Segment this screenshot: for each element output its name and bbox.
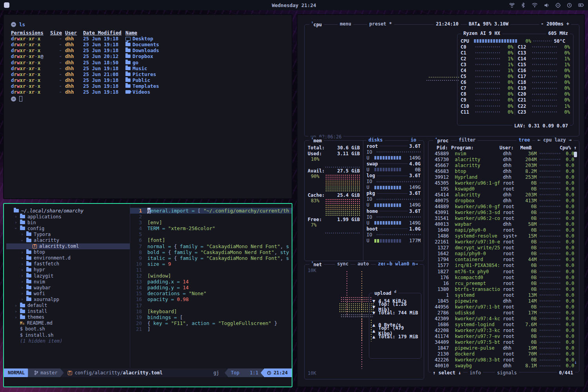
process-row[interactable]: 1794 containerdroot44M0.0 [431,257,577,263]
process-row[interactable]: 42208 kworker/u97:3-kcroot0B0.0 [431,327,577,333]
process-row[interactable]: 45730 alacrittydhh204M0.0 [431,156,577,162]
tree-item[interactable]: ›lazygit [6,273,130,279]
chevron-closed-icon[interactable]: › [20,267,24,272]
wifi-icon[interactable] [532,3,538,7]
process-row[interactable]: 45683 btopdhh8.2M0.0 [431,168,577,174]
tree-item[interactable]: ~/.local/share/omarchy [6,208,130,214]
proc-scroll-down[interactable]: ↓ [574,359,577,365]
terminal-window-ls[interactable]: → ls Permissions Size User Date Modified… [3,14,292,199]
process-row[interactable]: 1642 napi/phy0-0root0B0.0 [431,251,577,257]
chevron-open-icon[interactable]: › [20,239,25,242]
bluetooth-icon[interactable] [521,2,525,8]
process-row[interactable]: 1847 pipewire-pulsedhh19M0.0 [431,345,577,351]
chevron-closed-icon[interactable]: › [14,303,18,308]
proc-signals-hint[interactable]: signals [495,370,519,376]
chevron-open-icon[interactable]: › [13,227,18,230]
chevron-closed-icon[interactable]: › [20,232,24,237]
process-row[interactable]: 42226 kworker/u98:3-btroot0B0.0 [431,357,577,363]
tree-item[interactable]: ›Typora [6,231,130,237]
process-row[interactable]: 45414 alacrittydhh203M0.0 [431,192,577,198]
tree-item[interactable]: ›hypr [6,267,130,273]
tree-item[interactable]: ›config [6,225,130,231]
tree-item[interactable]: ›wofi [6,290,130,296]
process-row[interactable]: 45667 alacrittydhh203M0.0 [431,162,577,168]
volume-icon[interactable] [544,3,549,8]
chevron-closed-icon[interactable]: › [20,279,24,284]
command-line[interactable] [4,377,292,387]
process-row[interactable]: 41174 kworker/u97:7-evroot0B0.0 [431,334,577,339]
process-row[interactable]: 176 kcompactd0root0B0.0 [431,274,577,280]
tree-item[interactable]: ›fastfetch [6,261,130,267]
chevron-closed-icon[interactable]: › [14,309,18,314]
process-row[interactable]: 195 kswapd0root0B0.0 [431,186,577,192]
proc-scrollbar-thumb[interactable] [574,152,577,157]
chevron-closed-icon[interactable]: › [14,315,18,320]
process-row[interactable]: 40075 dropboxdhh413M0.0 [431,198,577,203]
process-row[interactable]: 1380 btrfs-transactioroot0B0.0 [431,286,577,292]
refresh-interval[interactable]: - 2000ms + [539,21,571,27]
net-panel-title[interactable]: ³net [309,261,324,267]
chevron-closed-icon[interactable]: › [20,273,24,278]
tree-item[interactable]: ›alacritty [6,237,130,243]
btop-window[interactable]: ¹cpu menu preset * 21:24:10 BAT▲ 98% 3.1… [297,14,585,387]
net-box-title[interactable]: upload d [372,290,398,296]
chevron-closed-icon[interactable]: › [14,220,18,225]
tree-item[interactable]: M↓README.md [6,320,130,326]
process-row[interactable]: 40013 waybardhh58M0.0 [431,221,577,227]
chevron-closed-icon[interactable]: › [20,256,24,261]
tree-item[interactable]: ›default [6,303,130,309]
tree-item[interactable]: $boot.sh [6,326,130,332]
sort-selector[interactable]: ← cpu lazy → [535,137,573,143]
tree-item[interactable]: ›applications [6,214,130,220]
tree-item[interactable]: $install.sh [6,332,130,338]
chevron-closed-icon[interactable]: › [20,297,24,302]
workspace-indicator[interactable] [4,2,9,8]
process-row[interactable]: 44956 kworker/u97:1-btroot0B0.0 [431,304,577,310]
proc-select-hint[interactable]: ↑ select ↓ [431,370,463,376]
dropbox-icon[interactable] [509,3,515,8]
neovim-window[interactable]: ~/.local/share/omarchy›applications›bin›… [3,203,292,387]
preset-button[interactable]: preset * [367,21,394,27]
battery-icon[interactable] [578,3,584,7]
process-row[interactable]: 1486 systemd-resolvesyst+15M0.0 [431,233,577,239]
process-row[interactable]: 1845 pipewiredhh14M0.0 [431,298,577,304]
process-row[interactable]: 1686 systemd-logindroot7.6M0.0 [431,321,577,327]
tree-item[interactable]: Talacritty.toml [6,243,130,249]
auto-button[interactable]: auto [356,261,371,267]
chevron-closed-icon[interactable]: › [14,214,18,219]
process-row[interactable]: 45305 kworker/u96:1-gfroot0B0.0 [431,180,577,186]
tree-item[interactable]: ›btop [6,249,130,255]
tree-item[interactable]: ›xournalpp [6,296,130,302]
tree-item[interactable]: ›install [6,309,130,314]
chevron-closed-icon[interactable]: › [20,250,24,255]
process-row[interactable]: 34409 kworker/u97:5-btroot0B0.0 [431,339,577,345]
tree-item[interactable]: ›environment.d [6,255,130,261]
process-row[interactable]: 44889 kworker/u96:0-gfroot0B0.0 [431,203,577,209]
disks-title[interactable]: disks [367,137,385,143]
process-row[interactable]: 40010 swaybgdhh8.1M0.0 [431,363,577,369]
process-row[interactable]: 1827 mt76-tx phy0root0B0.0 [431,269,577,274]
process-row[interactable]: 2130 dockerdroot70M0.0 [431,351,577,357]
process-row[interactable]: 1640 napi/phy0-0root0B0.0 [431,227,577,233]
process-row[interactable]: 16 rcu_preemptroot0B0.0 [431,280,577,286]
proc-panel-title[interactable]: ⁴proc [433,137,450,143]
process-row[interactable]: 1577 irq/81-PIXA3854:root0B0.0 [431,263,577,269]
process-row[interactable]: 43091 kworker/u96:3-sdroot0B0.0 [431,210,577,216]
net-interface[interactable]: ←b wlan0 n→ [385,261,420,267]
process-row[interactable]: 31541 kworker/u96:2-coroot0B0.0 [431,216,577,221]
menu-button[interactable]: menu [338,21,353,27]
tree-toggle[interactable]: tree [517,137,532,143]
process-row[interactable]: 39912 Hyprlanddhh253M0.0 [431,174,577,180]
chevron-closed-icon[interactable]: › [20,261,24,267]
tree-item[interactable]: ›waybar [6,285,130,290]
tree-item[interactable]: ›bin [6,220,130,225]
chevron-closed-icon[interactable]: › [20,291,24,296]
tree-item[interactable]: ›nvim [6,279,130,285]
process-row[interactable]: 2786 udisksdroot17M0.0 [431,310,577,316]
process-row[interactable]: 1327 dmcrypt_write/25root0B0.0 [431,245,577,251]
proc-info-hint[interactable]: info [468,370,483,376]
cpu-panel-title[interactable]: ¹cpu [309,21,324,27]
process-row[interactable]: 45889 nvimdhh36M0.0 [431,151,577,156]
mem-panel-title[interactable]: ²mem [309,137,324,143]
process-row[interactable]: 22161 kworker/u97:10-eroot0B0.0 [431,239,577,245]
